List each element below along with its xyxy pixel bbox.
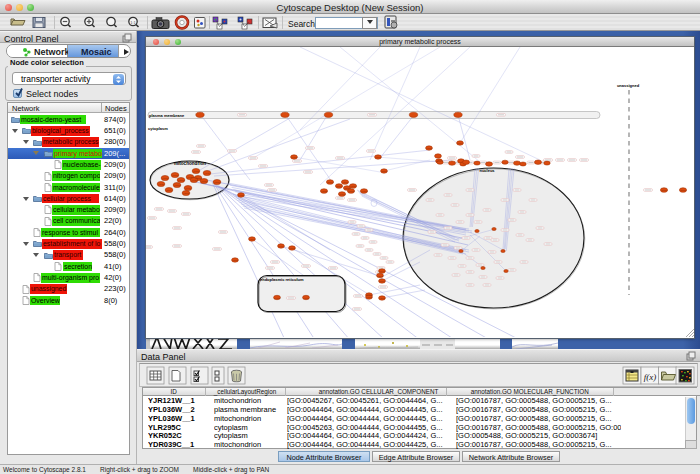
svg-text:mitochondrion: mitochondrion [174, 161, 206, 166]
svg-text:YGL11: YGL11 [342, 181, 349, 183]
svg-text:nucleus: nucleus [479, 168, 495, 173]
svg-text:YEL04: YEL04 [344, 187, 351, 189]
svg-text:YOL02: YOL02 [183, 192, 190, 194]
svg-text:YOR35: YOR35 [178, 179, 186, 181]
svg-text:YPL11: YPL11 [379, 270, 386, 272]
svg-text:YDR14: YDR14 [166, 189, 174, 191]
svg-text:YBR20: YBR20 [680, 189, 687, 191]
svg-text:YDR03: YDR03 [381, 170, 389, 172]
svg-text:YGL25: YGL25 [321, 190, 328, 192]
svg-text:YNL05: YNL05 [232, 259, 239, 261]
svg-text:YJR12: YJR12 [375, 156, 382, 158]
svg-text:endoplasmic reticulum: endoplasmic reticulum [260, 277, 304, 282]
svg-text:YGR24: YGR24 [426, 147, 434, 149]
svg-text:YML07: YML07 [436, 160, 443, 162]
svg-text:YLR35: YLR35 [366, 296, 373, 298]
svg-text:YKL02: YKL02 [193, 170, 200, 172]
svg-text:f(x): f(x) [644, 372, 657, 382]
svg-text:YHR02: YHR02 [361, 190, 369, 192]
svg-text:YFL01: YFL01 [185, 187, 192, 189]
svg-text:YIL04: YIL04 [303, 297, 309, 299]
svg-text:unassigned: unassigned [617, 83, 640, 88]
svg-text:YLR29: YLR29 [238, 194, 245, 196]
svg-text:YGR08: YGR08 [174, 184, 182, 186]
svg-text:YKL14: YKL14 [187, 176, 194, 178]
svg-text:YKL14: YKL14 [278, 245, 285, 247]
svg-text:YIL11: YIL11 [204, 172, 210, 174]
svg-text:YMR08: YMR08 [348, 190, 356, 192]
svg-text:YGR11: YGR11 [172, 174, 180, 176]
svg-text:YOL05: YOL05 [377, 275, 384, 277]
svg-text:YHR19: YHR19 [274, 297, 282, 299]
svg-text:YKR09: YKR09 [339, 193, 346, 195]
svg-text:YPL27: YPL27 [191, 179, 198, 181]
svg-text:YOL12: YOL12 [379, 297, 386, 299]
svg-text:YKR05: YKR05 [291, 156, 298, 158]
svg-text:YNL31: YNL31 [214, 181, 221, 183]
svg-text:YOR16: YOR16 [249, 238, 257, 240]
svg-text:YDL13: YDL13 [350, 185, 357, 187]
svg-text:cytoplasm: cytoplasm [148, 126, 168, 131]
svg-text:YDR17: YDR17 [336, 185, 344, 187]
svg-text:1:1: 1:1 [130, 20, 136, 25]
svg-text:YLR04: YLR04 [457, 142, 464, 144]
svg-text:YNR00: YNR00 [379, 280, 387, 282]
svg-text:YPL03: YPL03 [201, 180, 208, 182]
svg-text:YDR51: YDR51 [661, 189, 669, 191]
svg-text:plasma membrane: plasma membrane [149, 113, 185, 118]
svg-text:YMR10: YMR10 [289, 247, 297, 249]
svg-text:YJL20: YJL20 [158, 183, 165, 185]
svg-text:YMR31: YMR31 [162, 177, 170, 179]
svg-text:YBR03: YBR03 [327, 181, 334, 183]
